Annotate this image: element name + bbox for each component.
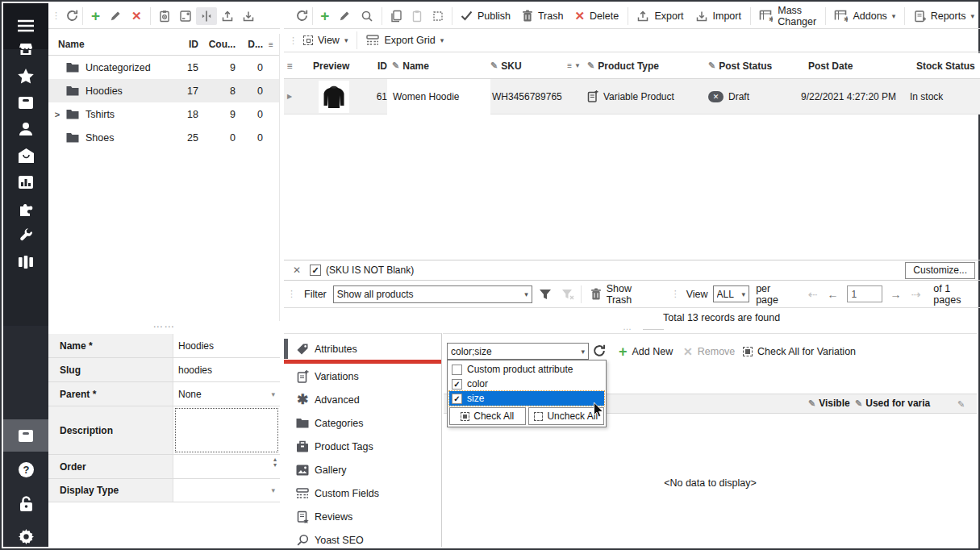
per-page-select[interactable]: ALL ▾ [713, 285, 750, 302]
order-spinner[interactable]: ▴ ▾ [173, 455, 280, 478]
preview-clipboard-icon[interactable] [154, 10, 175, 23]
cell-stock-status[interactable]: In stock [902, 91, 980, 102]
col-id[interactable]: ID [168, 39, 198, 50]
export-grid-button[interactable]: Export Grid ▾ [361, 30, 449, 51]
cell-name[interactable]: Women Hoodie [387, 79, 490, 115]
addons-puzzle-icon[interactable] [3, 195, 48, 223]
col-count[interactable]: Cou... [198, 39, 236, 50]
next-page-button[interactable]: → [886, 288, 907, 301]
tree-row-uncategorized[interactable]: Uncategorized 15 9 0 [48, 56, 279, 79]
slug-field[interactable]: hoodies [173, 358, 280, 381]
reports-button[interactable]: Reports ▾ [908, 6, 980, 27]
product-row[interactable]: ▶ 61 Women Hoodie WH3456789765 Variable … [284, 79, 980, 115]
row-menu-icon[interactable]: ≡ [284, 60, 295, 72]
pencil-icon[interactable]: ✎ [957, 399, 965, 410]
tab-attributes[interactable]: Attributes [284, 338, 441, 360]
download-icon[interactable] [238, 10, 259, 23]
tree-row-hoodies[interactable]: Hoodies 17 8 0 [48, 79, 279, 102]
check-all-button[interactable]: Check All [449, 407, 526, 425]
clear-filter-funnel-icon[interactable] [558, 289, 578, 300]
tree-row-tshirts[interactable]: > Tshirts 18 9 0 [48, 102, 279, 126]
col-used-for-variation[interactable]: ✎Used for varia [855, 398, 930, 409]
addons-button[interactable]: ✱ Addons ▾ [828, 6, 901, 27]
tab-variations[interactable]: Variations [284, 365, 441, 388]
remove-filter-icon[interactable]: ✕ [289, 265, 305, 276]
col-product-type[interactable]: ✎Product Type [587, 60, 708, 72]
col-visible[interactable]: ✎Visible [808, 398, 850, 409]
copy-icon[interactable] [386, 10, 407, 23]
split-view-icon[interactable] [196, 7, 217, 25]
tree-row-shoes[interactable]: Shoes 25 0 0 [48, 126, 279, 149]
tab-categories[interactable]: Categories [284, 411, 441, 435]
library-columns-icon[interactable] [3, 248, 48, 276]
edit-category-icon[interactable] [105, 10, 127, 22]
products-drawer-icon[interactable] [3, 89, 48, 116]
col-preview[interactable]: Preview [295, 60, 373, 72]
col-name[interactable]: ✎Name [387, 60, 490, 72]
checkbox-unchecked[interactable] [452, 365, 462, 375]
checkbox-checked[interactable]: ✓ [452, 379, 462, 390]
cell-post-date[interactable]: 9/22/2021 4:27:20 PM [797, 91, 902, 102]
col-stock-status[interactable]: Stock Status [902, 60, 980, 72]
description-textarea[interactable] [175, 408, 278, 452]
upload-icon[interactable] [217, 10, 238, 23]
delete-button[interactable]: ✕ Delete [569, 6, 624, 27]
first-page-button[interactable]: ⇠ [803, 288, 823, 301]
publish-button[interactable]: Publish [455, 6, 516, 27]
tree-expand-icon[interactable]: > [48, 110, 66, 119]
sort-asc-icon[interactable]: ≡ [567, 61, 572, 70]
name-field[interactable]: Hoodies [173, 334, 280, 357]
last-page-button[interactable]: ⇢ [907, 288, 926, 301]
export-button[interactable]: Export [631, 6, 689, 27]
col-post-status[interactable]: ✎Post Status [708, 60, 797, 72]
product-thumbnail[interactable] [295, 81, 373, 113]
drag-handle[interactable]: ⋮ [287, 292, 296, 296]
refresh-attributes-icon[interactable] [592, 344, 607, 358]
add-new-button[interactable]: + Add New [613, 341, 678, 362]
show-trash-button[interactable]: Show Trash [585, 284, 665, 305]
customers-icon[interactable] [3, 115, 48, 143]
dropdown-item-custom-attribute[interactable]: Custom product attribute [449, 362, 604, 377]
parent-select[interactable]: None ▾ [173, 382, 280, 406]
checkbox-checked[interactable]: ✓ [452, 394, 462, 404]
store-icon[interactable] [3, 35, 48, 63]
categories-drawer-icon[interactable] [3, 422, 48, 449]
help-icon[interactable]: ? [3, 456, 48, 483]
settings-gear-icon[interactable] [3, 523, 48, 550]
filter-active-icon[interactable]: ▼ [574, 62, 581, 69]
check-all-for-variation-button[interactable]: Check All for Variation [737, 341, 861, 362]
reports-chart-icon[interactable] [3, 169, 48, 196]
cell-post-status[interactable]: ✕ Draft [708, 91, 797, 102]
apply-filter-funnel-icon[interactable] [532, 289, 558, 300]
cell-id[interactable]: 61 [373, 91, 387, 102]
remove-button[interactable]: ✕ Remove [678, 341, 740, 362]
add-product-icon[interactable]: + [315, 7, 334, 25]
filter-enabled-checkbox[interactable]: ✓ [310, 265, 321, 276]
toolbar-drag-handle[interactable]: ⋮ [289, 39, 298, 43]
edit-product-icon[interactable] [334, 10, 356, 22]
view-button[interactable]: View ▾ [298, 30, 353, 51]
delete-category-icon[interactable]: ✕ [127, 9, 147, 23]
mass-changer-button[interactable]: ✱ Mass Changer [753, 6, 822, 27]
row-expander-icon[interactable]: ▶ [284, 93, 295, 100]
star-icon[interactable] [3, 62, 48, 90]
lock-icon[interactable] [3, 490, 48, 517]
customize-button[interactable]: Customize... [905, 262, 975, 279]
attribute-combo[interactable]: color;size ▾ [447, 343, 589, 360]
dropdown-item-size[interactable]: ✓ size [449, 391, 604, 406]
dropdown-item-color[interactable]: ✓ color [449, 377, 604, 391]
trash-button[interactable]: Trash [516, 6, 569, 27]
col-id[interactable]: ID [373, 60, 387, 72]
tab-yoast-seo[interactable]: Yoast SEO [284, 528, 441, 550]
page-number-input[interactable] [847, 285, 882, 302]
refresh-icon[interactable] [295, 9, 309, 23]
drag-handle[interactable]: ⋮ [671, 292, 680, 296]
search-icon[interactable] [356, 10, 378, 23]
col-d[interactable]: D... [236, 39, 263, 50]
add-category-icon[interactable]: + [86, 7, 105, 25]
spinner-down-icon[interactable]: ▾ [273, 462, 277, 468]
display-type-select[interactable]: ▾ [173, 479, 280, 502]
cell-sku[interactable]: WH3456789765 [490, 91, 587, 102]
product-filter-select[interactable]: Show all products ▾ [333, 285, 532, 303]
col-post-date[interactable]: Post Date [797, 60, 902, 72]
